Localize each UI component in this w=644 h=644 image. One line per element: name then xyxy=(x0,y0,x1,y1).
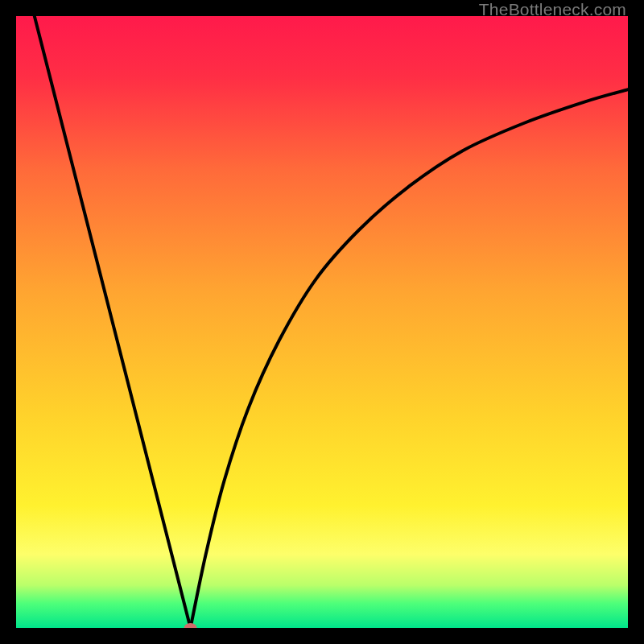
gradient-background xyxy=(16,16,628,628)
chart-frame xyxy=(16,16,628,628)
chart-svg xyxy=(16,16,628,628)
